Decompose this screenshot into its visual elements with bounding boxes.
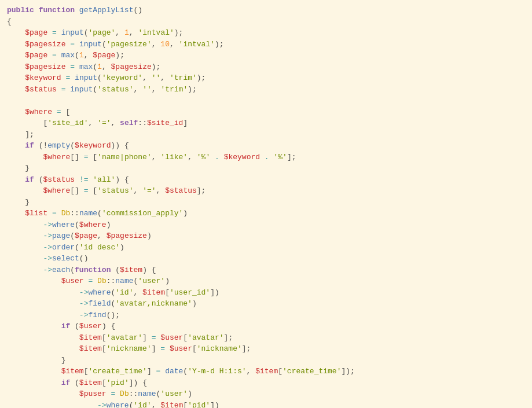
code-line-14: $where[] = ['name|phone', 'like', '%' . … <box>7 152 525 163</box>
code-line-28: ->find(); <box>7 310 525 321</box>
code-line-9 <box>7 95 525 106</box>
code-line-26: ->where('id', $item['user_id']) <box>7 287 525 299</box>
code-line-6: $pagesize = max(1, $pagesize); <box>7 61 525 73</box>
code-line-2: { <box>7 16 525 28</box>
code-line-35: $puser = Db::name('user') <box>7 388 525 400</box>
code-line-7: $keyword = input('keyword', '', 'trim'); <box>7 72 525 84</box>
code-line-34: if ($item['pid']) { <box>7 377 525 389</box>
code-line-15: } <box>7 163 525 174</box>
code-line-22: ->order('id desc') <box>7 242 525 253</box>
code-line-17: $where[] = ['status', '=', $status]; <box>7 185 525 197</box>
code-line-4: $pagesize = input('pagesize', 10, 'intva… <box>7 39 525 50</box>
code-line-21: ->page($page, $pagesize) <box>7 230 525 242</box>
code-line-19: $list = Db::name('commission_apply') <box>7 208 525 219</box>
code-line-13: if (!empty($keyword)) { <box>7 140 525 152</box>
code-line-29: if ($user) { <box>7 321 525 332</box>
code-line-1: public function getApplyList() <box>7 5 525 16</box>
code-line-8: $status = input('status', '', 'trim'); <box>7 84 525 95</box>
code-line-31: $item['nickname'] = $user['nickname']; <box>7 343 525 355</box>
code-line-16: if ($status != 'all') { <box>7 174 525 186</box>
code-line-23: ->select() <box>7 253 525 264</box>
code-line-32: } <box>7 355 525 366</box>
code-line-27: ->field('avatar,nickname') <box>7 298 525 310</box>
code-line-12: ]; <box>7 129 525 141</box>
code-container: public function getApplyList() { $page =… <box>0 0 532 408</box>
code-line-20: ->where($where) <box>7 219 525 231</box>
code-line-11: ['site_id', '=', self::$site_id] <box>7 117 525 129</box>
code-line-25: $user = Db::name('user') <box>7 275 525 287</box>
code-line-5: $page = max(1, $page); <box>7 50 525 61</box>
code-line-18: } <box>7 197 525 208</box>
code-line-33: $item['create_time'] = date('Y-m-d H:i:s… <box>7 366 525 377</box>
code-line-30: $item['avatar'] = $user['avatar']; <box>7 332 525 344</box>
code-line-3: $page = input('page', 1, 'intval'); <box>7 27 525 39</box>
code-line-10: $where = [ <box>7 106 525 118</box>
code-line-36: ->where('id', $item['pid']) <box>7 400 525 409</box>
code-line-24: ->each(function ($item) { <box>7 264 525 276</box>
